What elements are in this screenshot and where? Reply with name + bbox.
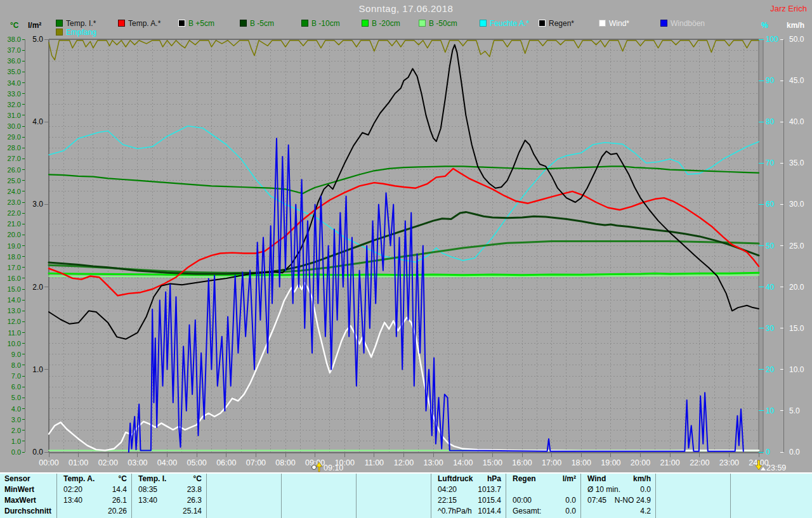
cell-time: 00:00 xyxy=(506,495,532,506)
cell-value: 4.2 xyxy=(640,506,655,517)
kmh-ticks xyxy=(780,39,783,452)
kmh-tick-label: 5.0 xyxy=(789,406,800,415)
cell-value: 26.1 xyxy=(112,495,131,506)
celsius-tick-label: 28.0 xyxy=(8,144,21,152)
cell-time: Temp. I. xyxy=(132,474,166,484)
celsius-tick-label: 18.0 xyxy=(8,253,21,261)
percent-tick-label: 40 xyxy=(766,283,775,292)
kmh-tick-label: 30.0 xyxy=(789,200,804,209)
percent-tick-label: 100 xyxy=(766,35,778,44)
celsius-tick-label: 6.0 xyxy=(11,383,21,391)
percent-tick-label: 70 xyxy=(766,159,775,167)
rain-tick-label: 2.0 xyxy=(32,283,43,292)
stats-table: SensorMinWertMaxWertDurchschnittTemp. A.… xyxy=(0,472,812,518)
cell-time: Luftdruck xyxy=(431,474,473,484)
weather-app-window: Sonntag, 17.06.2018 Jarz Erich °C l/m² %… xyxy=(0,0,812,518)
celsius-tick-label: 32.0 xyxy=(8,101,21,108)
stats-col-regen: Regenl/m²00:000.0Gesamt:0.0 xyxy=(506,474,580,518)
celsius-tick-label: 12.0 xyxy=(8,318,21,325)
stats-col-wind: Windkm/hØ 10 min.0.007:45N-NO 24.94.2 xyxy=(580,474,655,518)
celsius-tick-label: 26.0 xyxy=(8,166,21,174)
celsius-tick-label: 3.0 xyxy=(11,416,21,424)
rain-tick-label: 1.0 xyxy=(32,365,43,374)
celsius-tick-label: 0.0 xyxy=(11,448,21,456)
x-tick-label: 22:00 xyxy=(690,458,709,467)
x-ticks xyxy=(49,453,759,457)
rain-ticks xyxy=(44,39,49,452)
cell-value: 1015.4 xyxy=(478,495,506,506)
x-tick-label: 04:00 xyxy=(157,458,177,467)
rain-tick-label: 3.0 xyxy=(32,200,43,209)
celsius-tick-label: 15.0 xyxy=(8,285,21,293)
percent-tick-label: 20 xyxy=(766,365,775,374)
cell-time: 13:40 xyxy=(132,495,157,506)
celsius-tick-label: 10.0 xyxy=(8,340,21,347)
celsius-tick-label: 8.0 xyxy=(11,361,21,369)
percent-tick-label: 0 xyxy=(766,448,770,456)
cell-value: km/h xyxy=(633,474,655,484)
stats-row-label: MaxWert xyxy=(0,495,56,506)
cell-time xyxy=(57,506,63,517)
marker-dot-icon xyxy=(312,465,317,470)
celsius-tick-label: 1.0 xyxy=(11,437,21,445)
celsius-tick-label: 17.0 xyxy=(8,264,21,271)
rain-axis: 0.01.02.03.04.05.0 xyxy=(32,35,49,456)
cell-value: 0.0 xyxy=(640,484,655,495)
x-tick-label: 07:00 xyxy=(246,458,266,467)
celsius-tick-label: 14.0 xyxy=(8,296,21,304)
cell-value: °C xyxy=(119,474,131,484)
percent-tick-label: 50 xyxy=(766,242,775,250)
cell-time xyxy=(132,506,138,517)
celsius-axis: 0.01.02.03.04.05.06.07.08.09.010.011.012… xyxy=(8,36,25,456)
celsius-tick-label: 27.0 xyxy=(8,155,21,162)
percent-tick-label: 10 xyxy=(766,406,775,415)
celsius-tick-label: 23.0 xyxy=(8,198,21,206)
cell-time: Regen xyxy=(506,474,536,484)
cell-time xyxy=(506,484,513,495)
stats-col-empty xyxy=(356,474,431,518)
cell-value: 20.26 xyxy=(108,506,131,517)
celsius-tick-label: 34.0 xyxy=(8,79,21,87)
x-tick-label: 19:00 xyxy=(601,458,620,467)
x-tick-label: 23:00 xyxy=(719,458,739,467)
stats-col-empty xyxy=(730,474,812,518)
kmh-tick-label: 35.0 xyxy=(789,159,804,167)
x-tick-label: 08:00 xyxy=(275,458,295,467)
cell-value: 14.4 xyxy=(112,484,131,495)
celsius-tick-label: 22.0 xyxy=(8,209,21,217)
celsius-tick-label: 35.0 xyxy=(8,68,21,75)
celsius-tick-label: 33.0 xyxy=(8,90,21,98)
cell-time: ^0.7hPa/h xyxy=(431,506,472,517)
rain-tick-label: 4.0 xyxy=(32,117,43,126)
celsius-tick-label: 38.0 xyxy=(8,36,21,43)
percent-tick-label: 80 xyxy=(766,117,775,126)
celsius-tick-label: 21.0 xyxy=(8,220,21,228)
stats-row-label: Sensor xyxy=(0,474,56,484)
cell-time: Temp. A. xyxy=(57,474,95,484)
celsius-tick-label: 20.0 xyxy=(8,231,21,238)
cell-value: 0.0 xyxy=(565,506,580,517)
kmh-tick-label: 45.0 xyxy=(789,76,804,85)
stats-col-temp-i-: Temp. I.°C08:3523.813:4026.325.14 xyxy=(131,474,206,518)
cell-value: °C xyxy=(193,474,206,484)
marker-morning-time: 09:10 xyxy=(324,463,343,472)
kmh-tick-label: 25.0 xyxy=(789,242,804,250)
celsius-tick-label: 7.0 xyxy=(11,372,21,380)
cell-time: 08:35 xyxy=(132,484,157,495)
x-tick-label: 18:00 xyxy=(572,458,591,467)
x-tick-label: 20:00 xyxy=(631,458,650,467)
marker-evening-time: 23:59 xyxy=(766,463,786,472)
percent-tick-label: 60 xyxy=(766,200,775,209)
x-axis: 00:0001:0002:0003:0004:0005:0006:0007:00… xyxy=(39,453,768,467)
celsius-tick-label: 16.0 xyxy=(8,275,21,282)
celsius-tick-label: 30.0 xyxy=(8,122,21,130)
cell-value: hPa xyxy=(487,474,506,484)
cell-time: 22:15 xyxy=(431,495,457,506)
stats-row-label: MinWert xyxy=(0,484,56,495)
cell-value: N-NO 24.9 xyxy=(615,495,655,506)
x-tick-label: 13:00 xyxy=(423,458,443,467)
cell-time: Wind xyxy=(581,474,606,484)
x-tick-label: 01:00 xyxy=(69,458,88,467)
x-tick-label: 02:00 xyxy=(98,458,118,467)
cell-value: 23.8 xyxy=(187,484,206,495)
